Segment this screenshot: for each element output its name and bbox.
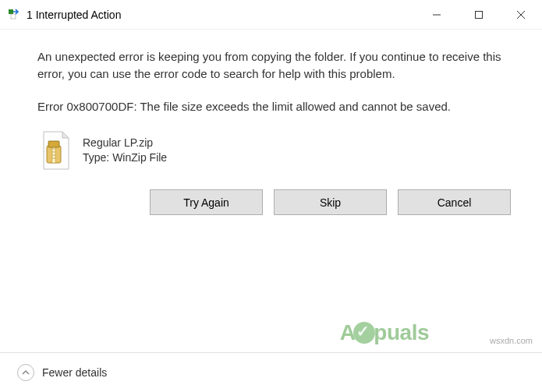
error-intro-text: An unexpected error is keeping you from …	[37, 48, 511, 83]
svg-rect-0	[9, 9, 13, 14]
zip-file-icon	[39, 130, 72, 171]
svg-rect-7	[52, 146, 55, 163]
try-again-button[interactable]: Try Again	[150, 189, 263, 215]
close-button[interactable]	[500, 0, 542, 29]
cancel-button[interactable]: Cancel	[398, 189, 511, 215]
svg-rect-12	[48, 141, 59, 147]
file-entry: Regular LP.zip Type: WinZip File	[37, 130, 511, 171]
check-circle-icon	[353, 322, 375, 344]
file-type: Type: WinZip File	[83, 150, 167, 166]
watermark-brand: A puals	[340, 320, 429, 345]
chevron-up-icon	[17, 364, 34, 381]
titlebar: 1 Interrupted Action	[0, 0, 542, 30]
window-controls	[416, 0, 542, 29]
button-row: Try Again Skip Cancel	[37, 189, 511, 215]
file-name: Regular LP.zip	[83, 136, 167, 151]
file-info: Regular LP.zip Type: WinZip File	[83, 136, 167, 166]
window-title: 1 Interrupted Action	[27, 9, 416, 21]
dialog-content: An unexpected error is keeping you from …	[0, 30, 542, 223]
minimize-button[interactable]	[416, 0, 458, 29]
skip-button[interactable]: Skip	[274, 189, 387, 215]
error-code-text: Error 0x800700DF: The file size exceeds …	[37, 98, 511, 115]
watermark-site: wsxdn.com	[490, 336, 533, 345]
svg-rect-1	[11, 14, 16, 19]
copy-transfer-icon	[8, 9, 20, 21]
svg-rect-3	[476, 11, 483, 18]
fewer-details-label: Fewer details	[42, 366, 107, 379]
maximize-button[interactable]	[458, 0, 500, 29]
details-toggle-row[interactable]: Fewer details	[0, 352, 542, 392]
